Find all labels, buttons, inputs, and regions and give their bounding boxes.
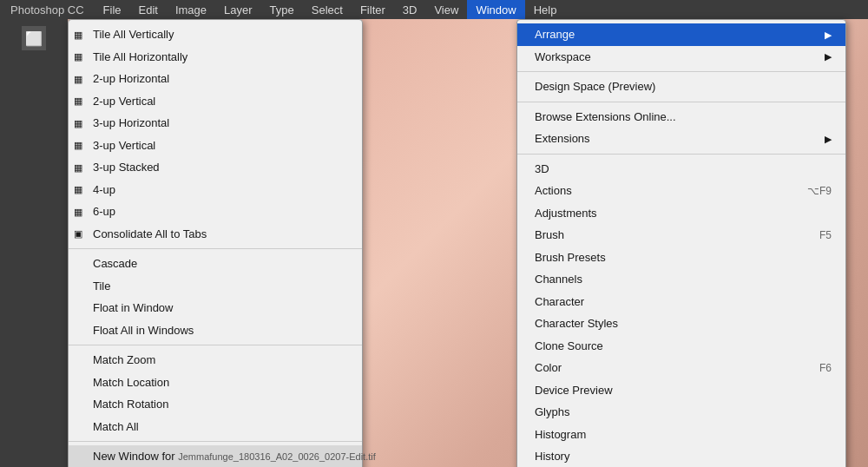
menu-image[interactable]: Image (167, 0, 215, 19)
separator-r3 (517, 154, 845, 155)
menu-history[interactable]: History (517, 445, 845, 467)
arrow-icon: ▶ (825, 28, 832, 43)
menu-float-all-in-windows[interactable]: Float All in Windows (69, 319, 362, 342)
left-tool-panel: ⬜ (0, 19, 68, 467)
menu-select[interactable]: Select (303, 0, 352, 19)
grid-icon: ▦ (74, 138, 82, 153)
menu-device-preview[interactable]: Device Preview (517, 379, 845, 402)
menu-workspace[interactable]: Workspace ▶ (517, 46, 845, 69)
menu-brush[interactable]: Brush F5 (517, 224, 845, 247)
menu-glyphs[interactable]: Glyphs (517, 401, 845, 424)
menu-character-styles[interactable]: Character Styles (517, 312, 845, 335)
menu-channels[interactable]: Channels (517, 268, 845, 291)
menu-new-window[interactable]: New Window for Jemmafunge_180316_A02_002… (69, 445, 362, 467)
separator-1 (69, 248, 362, 249)
menu-match-rotation[interactable]: Match Rotation (69, 393, 362, 416)
menu-match-zoom[interactable]: Match Zoom (69, 349, 362, 372)
grid-icon: ▦ (74, 28, 82, 43)
menu-match-location[interactable]: Match Location (69, 372, 362, 394)
menu-float-in-window[interactable]: Float in Window (69, 297, 362, 319)
menu-2up-horizontal[interactable]: ▦ 2-up Horizontal (69, 68, 362, 90)
arrow-icon: ▶ (825, 132, 832, 147)
grid-icon: ▦ (74, 116, 82, 131)
tool-icon[interactable]: ⬜ (22, 26, 46, 50)
window-dropdown-menu: ▦ Tile All Vertically ▦ Tile All Horizon… (68, 19, 363, 467)
menu-cascade[interactable]: Cascade (69, 253, 362, 275)
grid-icon: ▦ (74, 49, 82, 64)
arrow-icon: ▶ (825, 49, 832, 64)
menu-layer[interactable]: Layer (215, 0, 261, 19)
menu-tile-all-horizontally[interactable]: ▦ Tile All Horizontally (69, 46, 362, 69)
tab-icon: ▣ (74, 227, 82, 241)
menu-arrange[interactable]: Arrange ▶ (517, 23, 845, 46)
menu-adjustments[interactable]: Adjustments (517, 202, 845, 225)
menu-window[interactable]: Window (467, 0, 524, 19)
menu-match-all[interactable]: Match All (69, 416, 362, 438)
menu-2up-vertical[interactable]: ▦ 2-up Vertical (69, 90, 362, 113)
menu-design-space[interactable]: Design Space (Preview) (517, 76, 845, 98)
menubar: Photoshop CC File Edit Image Layer Type … (0, 0, 868, 19)
menu-4up[interactable]: ▦ 4-up (69, 179, 362, 201)
menu-filter[interactable]: Filter (352, 0, 394, 19)
menu-tile-all-vertically[interactable]: ▦ Tile All Vertically (69, 23, 362, 46)
separator-r2 (517, 102, 845, 102)
menu-color[interactable]: Color F6 (517, 357, 845, 379)
grid-icon: ▦ (74, 72, 82, 87)
grid-icon: ▦ (74, 205, 82, 220)
app-name: Photoshop CC (0, 0, 95, 19)
menu-consolidate-all-to-tabs[interactable]: ▣ Consolidate All to Tabs (69, 223, 362, 246)
menu-histogram[interactable]: Histogram (517, 424, 845, 446)
menu-3up-stacked[interactable]: ▦ 3-up Stacked (69, 156, 362, 179)
menu-extensions[interactable]: Extensions ▶ (517, 128, 845, 150)
window-panel-menu: Arrange ▶ Workspace ▶ Design Space (Prev… (516, 19, 846, 467)
grid-icon: ▦ (74, 94, 82, 109)
menu-6up[interactable]: ▦ 6-up (69, 201, 362, 223)
menu-help[interactable]: Help (525, 0, 566, 19)
grid-icon: ▦ (74, 161, 82, 175)
separator-3 (69, 441, 362, 442)
separator-2 (69, 345, 362, 345)
menu-brush-presets[interactable]: Brush Presets (517, 247, 845, 269)
menu-3d[interactable]: 3D (517, 158, 845, 181)
menu-3d[interactable]: 3D (394, 0, 426, 19)
menu-3up-vertical[interactable]: ▦ 3-up Vertical (69, 135, 362, 157)
menu-character[interactable]: Character (517, 291, 845, 313)
menu-actions[interactable]: Actions ⌥F9 (517, 180, 845, 202)
grid-icon: ▦ (74, 182, 82, 197)
separator-r1 (517, 71, 845, 72)
menu-view[interactable]: View (425, 0, 467, 19)
menu-3up-horizontal[interactable]: ▦ 3-up Horizontal (69, 112, 362, 135)
menu-tile[interactable]: Tile (69, 275, 362, 298)
menu-browse-extensions[interactable]: Browse Extensions Online... (517, 106, 845, 128)
menu-clone-source[interactable]: Clone Source (517, 335, 845, 358)
menu-file[interactable]: File (95, 0, 130, 19)
menu-type[interactable]: Type (261, 0, 303, 19)
menu-edit[interactable]: Edit (130, 0, 167, 19)
